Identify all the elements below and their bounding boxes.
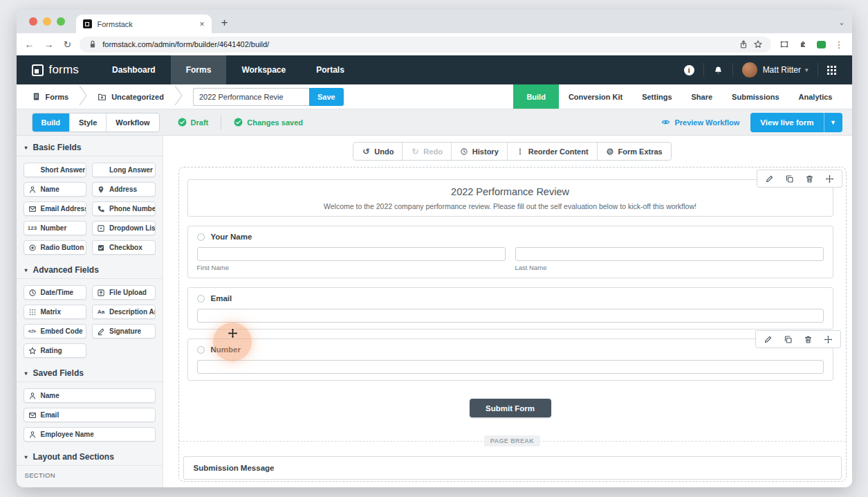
field-button-name[interactable]: Name bbox=[24, 388, 156, 403]
user-menu[interactable]: Matt Ritter ▾ bbox=[732, 63, 818, 77]
preview-workflow-link[interactable]: Preview Workflow bbox=[661, 118, 739, 127]
field-email[interactable]: Email bbox=[187, 287, 833, 329]
field-button-rating[interactable]: Rating bbox=[24, 343, 87, 358]
minimize-window-icon[interactable] bbox=[43, 17, 51, 26]
bookmark-star-icon[interactable] bbox=[753, 39, 763, 49]
action-reorder-content[interactable]: Reorder Content bbox=[507, 143, 597, 160]
forms-logo[interactable]: forms bbox=[32, 63, 80, 77]
field-button-number[interactable]: 123Number bbox=[24, 221, 87, 235]
save-button[interactable]: Save bbox=[309, 88, 344, 106]
browser-tab[interactable]: Formstack × bbox=[76, 15, 212, 33]
field-button-email[interactable]: Email bbox=[24, 408, 156, 422]
form-dropzone[interactable]: 2022 Performance Review Welcome to the 2… bbox=[178, 167, 847, 482]
tab-analytics[interactable]: Analytics bbox=[789, 84, 842, 109]
add-plus-icon[interactable] bbox=[820, 170, 840, 187]
field-button-short-answer[interactable]: Short Answer bbox=[24, 163, 87, 177]
nav-item-portals[interactable]: Portals bbox=[301, 55, 360, 84]
tab-share[interactable]: Share bbox=[682, 84, 723, 109]
tab-close-icon[interactable]: × bbox=[199, 19, 204, 29]
submission-message-panel[interactable]: Submission Message bbox=[183, 456, 842, 480]
sidebar-group-header[interactable]: ▾Saved Fields bbox=[24, 363, 156, 381]
view-live-form-button[interactable]: View live form ▼ bbox=[750, 113, 842, 132]
field-button-date-time[interactable]: Date/Time bbox=[24, 285, 87, 300]
field-your-name[interactable]: Your Name First Name Last Name bbox=[187, 226, 833, 278]
browser-menu-icon[interactable]: ⋮ bbox=[835, 39, 844, 50]
action-history[interactable]: History bbox=[451, 143, 507, 160]
address-bar[interactable]: formstack.com/admin/form/builder/4641402… bbox=[80, 37, 770, 53]
last-name-input[interactable] bbox=[515, 247, 824, 261]
sidebar-field-grid: Short AnswerLong AnswerNameAddressEmail … bbox=[24, 156, 156, 260]
notifications-bell-icon[interactable] bbox=[713, 65, 723, 75]
forward-icon[interactable]: → bbox=[44, 39, 54, 50]
first-name-input[interactable] bbox=[197, 247, 506, 261]
tab-build[interactable]: Build bbox=[513, 84, 559, 109]
field-drag-handle[interactable] bbox=[197, 295, 205, 302]
field-button-embed-code[interactable]: </>Embed Code bbox=[24, 324, 87, 338]
nav-item-workspace[interactable]: Workspace bbox=[226, 55, 301, 84]
form-header-card[interactable]: 2022 Performance Review Welcome to the 2… bbox=[187, 179, 833, 217]
field-label: Email bbox=[211, 294, 232, 302]
duplicate-copy-icon[interactable] bbox=[779, 170, 800, 187]
number-input[interactable] bbox=[197, 360, 824, 374]
breadcrumb-bar: Forms Uncategorized Save BuildConversion… bbox=[17, 84, 852, 109]
duplicate-copy-icon[interactable] bbox=[778, 331, 798, 347]
tab-conversion-kit[interactable]: Conversion Kit bbox=[559, 84, 632, 109]
field-button-matrix[interactable]: Matrix bbox=[24, 305, 87, 319]
field-drag-handle[interactable] bbox=[197, 233, 205, 241]
field-button-long-answer[interactable]: Long Answer bbox=[92, 163, 156, 177]
sidebar-group-header[interactable]: ▾Basic Fields bbox=[24, 137, 156, 156]
field-button-dropdown-list[interactable]: Dropdown List bbox=[92, 221, 156, 235]
sidebar-group-header[interactable]: ▾Layout and Sections bbox=[24, 446, 156, 465]
sidebar-group-header[interactable]: ▾Advanced Fields bbox=[24, 260, 156, 278]
url-text[interactable]: formstack.com/admin/form/builder/4641402… bbox=[102, 40, 733, 48]
tab-submissions[interactable]: Submissions bbox=[722, 84, 788, 109]
zoom-window-icon[interactable] bbox=[57, 17, 65, 26]
action-form-extras[interactable]: Form Extras bbox=[597, 143, 671, 160]
mode-style[interactable]: Style bbox=[69, 114, 106, 132]
edit-pencil-icon[interactable] bbox=[759, 170, 779, 187]
field-button-employee-name[interactable]: Employee Name bbox=[24, 427, 156, 442]
green-extension-icon[interactable] bbox=[817, 41, 826, 48]
mode-build[interactable]: Build bbox=[33, 114, 70, 132]
field-button-address[interactable]: Address bbox=[92, 182, 156, 197]
form-name-input[interactable] bbox=[193, 88, 309, 106]
delete-trash-icon[interactable] bbox=[800, 170, 820, 187]
app-switcher-grid-icon[interactable] bbox=[827, 66, 836, 75]
back-icon[interactable]: ← bbox=[25, 39, 35, 50]
field-button-signature[interactable]: Signature bbox=[92, 324, 156, 338]
view-live-form-caret-icon[interactable]: ▼ bbox=[824, 113, 842, 132]
extensions-puzzle-icon[interactable] bbox=[798, 39, 808, 49]
mode-workflow[interactable]: Workflow bbox=[106, 114, 158, 132]
nav-item-dashboard[interactable]: Dashboard bbox=[97, 55, 171, 84]
screen-capture-extension-icon[interactable] bbox=[779, 39, 789, 49]
breadcrumb-folder[interactable]: Uncategorized bbox=[98, 84, 164, 109]
field-button-phone-number[interactable]: Phone Number bbox=[92, 201, 156, 216]
primary-nav: DashboardFormsWorkspacePortals bbox=[97, 55, 360, 84]
action-undo[interactable]: ↺Undo bbox=[353, 143, 402, 160]
upload-icon bbox=[97, 289, 105, 297]
email-input[interactable] bbox=[197, 309, 824, 323]
tab-search-chevron-icon[interactable]: ⌄ bbox=[838, 18, 844, 27]
share-icon[interactable] bbox=[739, 39, 748, 49]
close-window-icon[interactable] bbox=[29, 17, 37, 26]
field-button-checkbox[interactable]: Checkbox bbox=[92, 240, 156, 255]
breadcrumb-forms[interactable]: Forms bbox=[32, 84, 69, 109]
delete-trash-icon[interactable] bbox=[798, 331, 818, 347]
field-button-description-area[interactable]: AaDescription Area bbox=[92, 305, 156, 319]
edit-pencil-icon[interactable] bbox=[758, 331, 778, 347]
field-button-email-address[interactable]: Email Address bbox=[24, 201, 87, 216]
tab-settings[interactable]: Settings bbox=[632, 84, 681, 109]
field-button-file-upload[interactable]: File Upload bbox=[92, 285, 156, 300]
page-break-divider[interactable]: PAGE BREAK bbox=[179, 435, 846, 447]
nav-item-forms[interactable]: Forms bbox=[171, 55, 227, 84]
breadcrumb-forms-label: Forms bbox=[46, 93, 69, 101]
new-tab-button[interactable]: + bbox=[221, 16, 228, 30]
reload-icon[interactable]: ↻ bbox=[64, 39, 72, 50]
submit-form-button[interactable]: Submit Form bbox=[470, 399, 551, 417]
add-plus-icon[interactable] bbox=[818, 331, 838, 347]
info-icon[interactable]: i bbox=[684, 65, 694, 75]
field-drag-handle[interactable] bbox=[197, 346, 205, 354]
field-number[interactable]: Number bbox=[187, 338, 833, 381]
field-button-name[interactable]: Name bbox=[24, 182, 87, 197]
field-button-radio-button[interactable]: Radio Button bbox=[24, 240, 87, 255]
